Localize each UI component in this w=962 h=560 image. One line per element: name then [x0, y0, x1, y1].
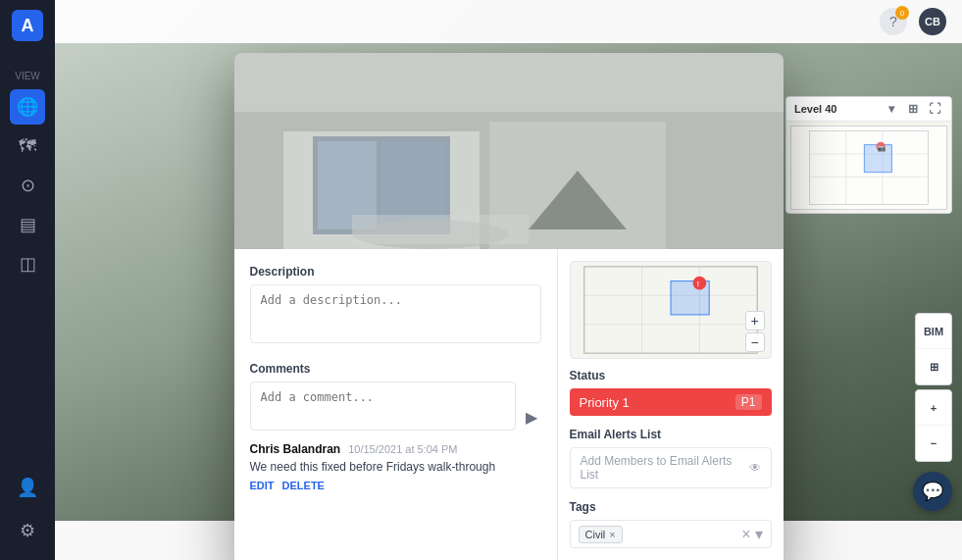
eye-icon: 👁 — [749, 461, 761, 475]
modal-image — [234, 53, 784, 249]
photo-view — [234, 53, 784, 249]
top-bar: ? 0 CB — [55, 0, 962, 43]
view-label: View — [15, 71, 40, 81]
modal-right-panel: ! + − Status — [558, 249, 784, 560]
tags-input[interactable]: Civil × × ▾ — [570, 520, 772, 548]
modal-body: Description Comments ▶ — [234, 249, 784, 560]
floorplan-zoom-in[interactable]: + — [745, 311, 765, 331]
sidebar-item-document[interactable]: ◫ — [10, 246, 45, 281]
email-alerts-section: Email Alerts List Add Members to Email A… — [570, 428, 772, 488]
modal-overlay: Description Comments ▶ — [55, 43, 962, 560]
comment-author-row: Chris Balandran 10/15/2021 at 5:04 PM — [250, 442, 541, 456]
email-alerts-input[interactable]: Add Members to Email Alerts List 👁 — [570, 447, 772, 488]
comment-date: 10/15/2021 at 5:04 PM — [348, 443, 457, 455]
sidebar-item-user[interactable]: 👤 — [10, 470, 45, 505]
delete-comment-button[interactable]: DELETE — [282, 480, 325, 491]
scene-container: Level 40 ▾ ⊞ ⛶ — [55, 43, 962, 560]
notification-badge: 0 — [895, 6, 909, 20]
comments-label: Comments — [250, 362, 541, 376]
modal-left-panel: Description Comments ▶ — [234, 249, 558, 560]
sidebar-item-camera[interactable]: ⊙ — [10, 168, 45, 203]
floorplan-zoom-out[interactable]: − — [745, 332, 765, 352]
comment-author-name: Chris Balandran — [250, 442, 341, 456]
description-label: Description — [250, 265, 541, 279]
issue-modal: Description Comments ▶ — [234, 53, 784, 560]
svg-rect-16 — [352, 215, 529, 244]
sidebar: A View 🌐 🗺 ⊙ ▤ ◫ 👤 ⚙ — [0, 0, 55, 560]
sidebar-item-settings[interactable]: ⚙ — [10, 513, 45, 548]
comment-input[interactable] — [250, 382, 516, 431]
svg-text:!: ! — [696, 280, 699, 288]
send-comment-button[interactable]: ▶ — [522, 404, 541, 431]
zoom-controls: + − — [745, 311, 765, 352]
tags-clear-button[interactable]: × — [741, 526, 750, 543]
priority-label: Priority 1 — [580, 395, 630, 410]
description-input[interactable] — [250, 284, 541, 343]
description-section: Description — [250, 265, 541, 346]
sidebar-item-layers[interactable]: ▤ — [10, 207, 45, 242]
avatar[interactable]: CB — [919, 8, 946, 35]
svg-point-25 — [692, 277, 706, 290]
tag-chip-label: Civil — [585, 529, 606, 540]
edit-comment-button[interactable]: EDIT — [250, 480, 275, 491]
floor-plan-inner: ! + − — [571, 262, 771, 358]
email-alerts-label: Email Alerts List — [570, 428, 772, 441]
tag-remove-civil[interactable]: × — [609, 529, 615, 540]
email-alerts-placeholder: Add Members to Email Alerts List — [581, 454, 749, 482]
comment-input-row: ▶ — [250, 382, 541, 431]
comments-section: Comments ▶ Chris Balandran 10/15/2021 at… — [250, 362, 541, 491]
floor-plan-preview: ! + − — [570, 261, 772, 359]
status-label: Status — [570, 369, 772, 382]
tags-expand-button[interactable]: ▾ — [755, 525, 763, 543]
comment-entry: Chris Balandran 10/15/2021 at 5:04 PM We… — [250, 442, 541, 491]
priority-badge[interactable]: Priority 1 P1 — [570, 388, 772, 416]
sidebar-item-map[interactable]: 🗺 — [10, 128, 45, 164]
main-area: ? 0 CB Level 40 ▾ ⊞ ⛶ — [55, 0, 962, 560]
comment-actions: EDIT DELETE — [250, 480, 541, 491]
tag-chip-civil: Civil × — [579, 526, 623, 543]
app-logo[interactable]: A — [12, 10, 43, 41]
sidebar-item-globe[interactable]: 🌐 — [10, 89, 45, 125]
tags-label: Tags — [570, 500, 772, 514]
help-icon-btn[interactable]: ? 0 — [880, 8, 907, 35]
tags-section: Tags Civil × × ▾ — [570, 500, 772, 548]
priority-code: P1 — [735, 394, 762, 410]
comment-text: We need this fixed before Fridays walk-t… — [250, 459, 541, 476]
status-section: Status Priority 1 P1 — [570, 369, 772, 416]
